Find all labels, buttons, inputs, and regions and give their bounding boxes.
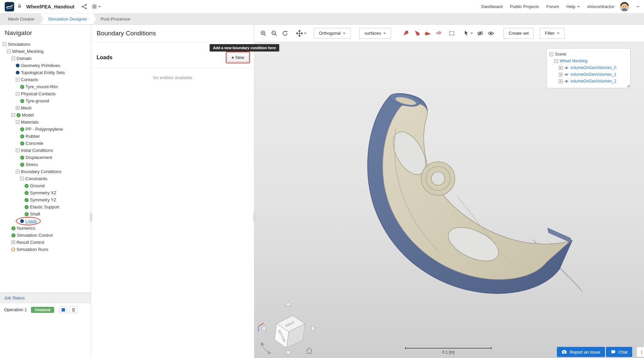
tree-item-model[interactable]: −✓Model bbox=[0, 111, 91, 119]
tree-item-mesh[interactable]: +Mesh bbox=[0, 104, 91, 111]
tree-item-stress[interactable]: ✓Stress bbox=[0, 161, 91, 168]
tree-item-ground[interactable]: ✓Ground bbox=[0, 182, 91, 189]
visibility-eye-icon[interactable] bbox=[564, 66, 569, 70]
expand-icon[interactable]: + bbox=[559, 66, 563, 70]
tree-item-initial-conditions[interactable]: −Initial Conditions bbox=[0, 147, 91, 154]
expand-icon[interactable]: + bbox=[559, 79, 563, 83]
rotate-right-arrow[interactable] bbox=[311, 325, 316, 331]
tree-item-boundary-conditions[interactable]: −Boundary Conditions bbox=[0, 168, 91, 175]
share-icon[interactable] bbox=[81, 3, 88, 10]
tree-item-topological-entity-sets[interactable]: Topological Entity Sets bbox=[0, 69, 91, 76]
align-view-y-icon[interactable] bbox=[412, 28, 422, 39]
nav-help[interactable]: Help bbox=[566, 4, 580, 9]
scene-tree-item-volumeongeovolumes-0[interactable]: +volumeOnGeoVolumes_0 bbox=[549, 64, 628, 71]
filter-dropdown[interactable]: Filter bbox=[540, 28, 565, 39]
zoom-to-box-icon[interactable] bbox=[269, 28, 279, 39]
settings-gear-button[interactable] bbox=[91, 3, 102, 10]
app-logo[interactable] bbox=[5, 2, 14, 11]
tree-item-constraints[interactable]: −Constraints bbox=[0, 175, 91, 182]
scene-tree-item-volumeongeovolumes-2[interactable]: +volumeOnGeoVolumes_2 bbox=[549, 78, 628, 85]
nav-forum[interactable]: Forum bbox=[546, 4, 559, 9]
tree-item-geometry-primitives[interactable]: Geometry Primitives bbox=[0, 62, 91, 69]
box-select-icon[interactable] bbox=[447, 28, 457, 39]
tree-item-domain[interactable]: −Domain bbox=[0, 55, 91, 62]
align-view-z-icon[interactable] bbox=[423, 28, 433, 39]
collapse-icon[interactable]: − bbox=[11, 113, 15, 117]
hub-bore[interactable] bbox=[431, 172, 445, 185]
visibility-eye-icon[interactable] bbox=[564, 79, 569, 84]
projection-dropdown[interactable]: Orthogonal bbox=[314, 28, 351, 39]
tab-mesh-creator[interactable]: Mesh Creator bbox=[0, 13, 44, 24]
create-set-button[interactable]: Create set bbox=[503, 28, 534, 39]
delete-job-button[interactable] bbox=[69, 306, 77, 313]
tree-item-rubber[interactable]: ✓Rubber bbox=[0, 133, 91, 140]
collapse-icon[interactable]: − bbox=[16, 149, 20, 152]
rotate-left-arrow[interactable] bbox=[261, 325, 265, 331]
align-view-x-icon[interactable] bbox=[401, 28, 411, 39]
tree-item-displacement[interactable]: ✓Displacement bbox=[0, 154, 91, 161]
orientation-cube[interactable]: RIGHT BOTTOM bbox=[275, 316, 305, 348]
user-avatar[interactable] bbox=[620, 2, 629, 11]
scene-tree-item-volumeongeovolumes-1[interactable]: +volumeOnGeoVolumes_1 bbox=[549, 71, 628, 78]
show-hidden-eye-icon[interactable] bbox=[486, 28, 496, 39]
username[interactable]: shivcontractor bbox=[587, 4, 614, 9]
rotate-down-arrow[interactable] bbox=[285, 351, 291, 355]
chat-button[interactable]: Chat bbox=[606, 347, 632, 357]
pointer-tool-button[interactable] bbox=[462, 28, 474, 39]
settings-resize-handle[interactable] bbox=[253, 213, 255, 222]
home-view-icon[interactable] bbox=[306, 348, 312, 353]
tree-item-simulations[interactable]: −Simulations bbox=[0, 41, 91, 48]
nav-public-projects[interactable]: Public Projects bbox=[510, 4, 539, 9]
collapse-icon[interactable]: − bbox=[20, 177, 24, 181]
tree-item-symmetry-xz[interactable]: ✓Symmetry XZ bbox=[0, 189, 91, 196]
tree-item-numerics[interactable]: ✓Numerics bbox=[0, 225, 91, 232]
scene-tree-item-wheel-meshing[interactable]: −Wheel Meshing bbox=[549, 58, 628, 64]
collapse-icon[interactable]: − bbox=[16, 170, 20, 173]
tree-item-simulation-runs[interactable]: Simulation Runs bbox=[0, 246, 91, 253]
tree-item-elastic-support[interactable]: ✓Elastic Support bbox=[0, 203, 91, 210]
collapse-icon[interactable]: − bbox=[549, 53, 553, 56]
tree-item-loads[interactable]: Loads bbox=[0, 218, 91, 225]
align-view-iso-icon[interactable] bbox=[433, 28, 443, 39]
scene-tree-overlay[interactable]: −Scene−Wheel Meshing+volumeOnGeoVolumes_… bbox=[546, 48, 631, 88]
alert-chip[interactable]: ! bbox=[637, 347, 644, 357]
view-cube-widget[interactable]: RIGHT BOTTOM bbox=[256, 300, 320, 357]
tree-item-tyre-mount-rim[interactable]: ✓Tyre_mount-Rim bbox=[0, 83, 91, 90]
navigator-resize-handle[interactable] bbox=[90, 213, 92, 222]
expand-icon[interactable]: + bbox=[16, 106, 20, 110]
nav-dashboard[interactable]: Dashboard bbox=[481, 4, 503, 9]
tree-item-materials[interactable]: −Materials bbox=[0, 119, 91, 126]
report-an-issue-button[interactable]: Report an issue bbox=[557, 347, 605, 357]
tree-item-tyre-ground[interactable]: ✓Tyre-ground bbox=[0, 97, 91, 104]
collapse-icon[interactable]: − bbox=[16, 78, 20, 82]
tree-item-wheel-meshing[interactable]: −Wheel_Meshing bbox=[0, 48, 91, 55]
collapse-icon[interactable]: − bbox=[3, 42, 6, 46]
render-mode-dropdown[interactable]: surfaces bbox=[359, 28, 391, 39]
tree-item-symmetry-yz[interactable]: ✓Symmetry YZ bbox=[0, 196, 91, 203]
scene-tree-item-scene[interactable]: −Scene bbox=[549, 51, 628, 58]
tree-item-result-control[interactable]: +Result Control bbox=[0, 239, 91, 246]
tab-simulation-designer[interactable]: Simulation Designer bbox=[40, 13, 96, 24]
visibility-eye-icon[interactable] bbox=[564, 72, 569, 77]
rotate-up-arrow[interactable] bbox=[285, 301, 291, 306]
tree-item-contacts[interactable]: −Contacts bbox=[0, 76, 91, 83]
expand-icon[interactable]: + bbox=[11, 240, 15, 244]
collapse-icon[interactable]: − bbox=[554, 59, 558, 63]
new-boundary-condition-button[interactable]: + New bbox=[227, 53, 249, 62]
viewport-canvas[interactable]: −Scene−Wheel Meshing+volumeOnGeoVolumes_… bbox=[254, 42, 644, 358]
expand-icon[interactable]: + bbox=[559, 73, 563, 76]
hide-selected-eye-slash-icon[interactable] bbox=[475, 28, 485, 39]
pan-tool-button[interactable] bbox=[295, 28, 308, 39]
tree-item-concrete[interactable]: ✓Concrete bbox=[0, 140, 91, 147]
collapse-icon[interactable]: − bbox=[16, 120, 20, 124]
collapse-icon[interactable]: − bbox=[11, 57, 15, 60]
tab-post-processor[interactable]: Post-Processor bbox=[93, 13, 140, 24]
tree-item-physical-contacts[interactable]: −Physical Contacts bbox=[0, 90, 91, 97]
tree-item-pp-polypropylene[interactable]: ✓PP - Polypropylene bbox=[0, 126, 91, 133]
tree-item-shaft[interactable]: ✓Shaft bbox=[0, 210, 91, 218]
tree-item-simulation-control[interactable]: ✓Simulation Control bbox=[0, 232, 91, 239]
collapse-icon[interactable]: − bbox=[16, 92, 20, 96]
refresh-view-icon[interactable] bbox=[280, 28, 290, 39]
zoom-in-icon[interactable] bbox=[258, 28, 269, 39]
stop-job-button[interactable] bbox=[59, 306, 67, 313]
